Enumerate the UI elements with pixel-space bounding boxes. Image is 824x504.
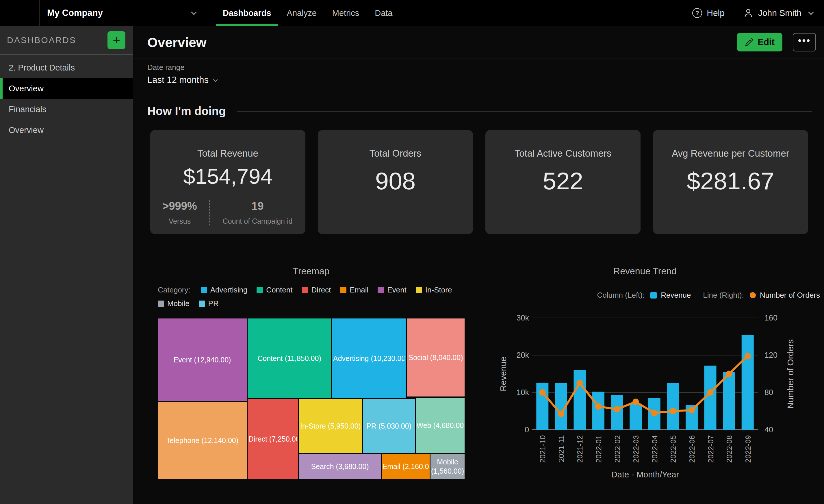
treemap-box-web[interactable]: Web (4,680.00) — [416, 398, 465, 453]
revenue-trend-chart: 04010k8020k12030k1602021-102021-112021-1… — [491, 315, 824, 488]
kpi-card-row: Total Revenue$154,794>999%Versus19Count … — [150, 130, 808, 234]
legend-item-pr[interactable]: PR — [199, 299, 219, 308]
treemap-box-label: Web (4,680.00) — [417, 421, 464, 430]
kpi-card-3[interactable]: Avg Revenue per Customer$281.67 — [653, 130, 808, 234]
treemap-box-label: Email (2,160.0… — [382, 463, 429, 471]
legend-item-revenue[interactable]: Column (Left): Revenue — [597, 291, 691, 300]
orders-marker — [707, 389, 714, 396]
revenue-swatch-icon — [650, 292, 657, 299]
add-dashboard-button[interactable]: + — [107, 31, 125, 49]
main-nav-tabs: DashboardsAnalyzeMetricsData — [222, 0, 394, 26]
help-menu[interactable]: ? Help — [692, 8, 725, 18]
revenue-trend-title: Revenue Trend — [491, 266, 799, 277]
date-range-value: Last 12 months — [147, 75, 209, 85]
logo-area[interactable] — [0, 0, 39, 26]
x-axis-tick: 2022-02 — [613, 435, 622, 463]
revenue-bar — [592, 392, 604, 430]
chevron-down-icon — [808, 9, 814, 15]
left-axis-tick: 10k — [516, 388, 529, 397]
revenue-bar — [667, 383, 679, 430]
right-axis-title: Number of Orders — [786, 339, 795, 409]
treemap-box-label: Mobile (1,560.00) — [431, 457, 464, 476]
legend-item-orders[interactable]: Line (Right): Number of Orders — [703, 291, 820, 300]
kpi-card-0[interactable]: Total Revenue$154,794>999%Versus19Count … — [150, 130, 305, 234]
right-axis-tick: 160 — [764, 315, 778, 322]
legend-item-label: Event — [387, 286, 407, 295]
x-axis-tick: 2022-05 — [669, 435, 678, 463]
x-axis-tick: 2022-06 — [688, 435, 696, 463]
treemap-box-label: Telephone (12,140.00) — [166, 436, 238, 445]
chevron-down-icon — [191, 9, 197, 15]
treemap-box-advertising[interactable]: Advertising (10,230.00) — [332, 318, 406, 398]
kpi-card-1[interactable]: Total Orders908 — [318, 130, 473, 234]
kpi-compare-left: >999%Versus — [150, 200, 210, 225]
revenue-bar — [630, 404, 642, 430]
sidebar-item-3[interactable]: Overview — [0, 120, 133, 140]
treemap-box-mobile[interactable]: Mobile (1,560.00) — [430, 454, 465, 479]
x-axis-tick: 2022-03 — [632, 435, 640, 463]
page-header: Overview Edit ••• — [133, 26, 824, 59]
treemap-box-label: Event (12,940.00) — [174, 356, 231, 364]
legend-item-in-store[interactable]: In-Store — [416, 286, 452, 295]
legend-item-mobile[interactable]: Mobile — [158, 299, 190, 308]
kpi-title: Total Orders — [318, 148, 473, 159]
legend-item-direct[interactable]: Direct — [302, 286, 331, 295]
orders-marker — [744, 353, 751, 359]
orders-marker — [651, 410, 657, 416]
more-options-button[interactable]: ••• — [793, 33, 816, 52]
treemap-box-telephone[interactable]: Telephone (12,140.00) — [158, 402, 247, 479]
legend-item-label: Advertising — [210, 286, 247, 295]
treemap-box-content[interactable]: Content (11,850.00) — [247, 318, 331, 398]
sidebar-item-1[interactable]: Overview — [0, 78, 133, 99]
workspace-switcher[interactable]: My Company — [39, 0, 208, 26]
header-actions: Edit ••• — [737, 33, 816, 52]
legend-swatch-icon — [199, 301, 205, 307]
x-axis-tick: 2022-09 — [744, 435, 752, 463]
sidebar-item-0[interactable]: 2. Product Details — [0, 57, 133, 78]
treemap-box-email[interactable]: Email (2,160.0… — [382, 454, 430, 479]
treemap-box-search[interactable]: Search (3,680.00) — [299, 454, 381, 479]
treemap-box-event[interactable]: Event (12,940.00) — [158, 318, 247, 401]
kpi-value: 522 — [485, 167, 640, 195]
orders-marker — [595, 403, 602, 409]
left-axis-title: Revenue — [498, 357, 508, 391]
legend-item-advertising[interactable]: Advertising — [201, 286, 247, 295]
kpi-compare-label: Versus — [150, 217, 209, 225]
treemap-box-in-store[interactable]: In-Store (5,950.00) — [299, 399, 362, 453]
treemap-title: Treemap — [158, 266, 465, 277]
tab-analyze[interactable]: Analyze — [286, 0, 318, 26]
page-title: Overview — [147, 35, 207, 50]
legend-item-label: In-Store — [425, 286, 452, 295]
kpi-value: 908 — [318, 167, 473, 195]
treemap-box-social[interactable]: Social (8,040.00) — [407, 318, 465, 397]
legend-column-series: Revenue — [661, 291, 691, 300]
treemap-box-label: Direct (7,250.00) — [248, 435, 298, 443]
top-navigation-bar: My Company DashboardsAnalyzeMetricsData … — [0, 0, 824, 26]
kpi-title: Total Revenue — [150, 148, 305, 159]
orders-marker — [614, 406, 620, 412]
section-divider — [237, 111, 812, 112]
tab-dashboards[interactable]: Dashboards — [222, 0, 273, 26]
section-header: How I'm doing — [147, 105, 812, 118]
orders-marker-icon — [750, 292, 756, 298]
edit-button[interactable]: Edit — [737, 33, 783, 52]
legend-swatch-icon — [256, 287, 263, 293]
legend-item-content[interactable]: Content — [256, 286, 292, 295]
legend-item-label: Mobile — [167, 299, 190, 308]
kpi-card-2[interactable]: Total Active Customers522 — [485, 130, 640, 234]
kpi-title: Avg Revenue per Customer — [653, 148, 808, 159]
legend-item-event[interactable]: Event — [378, 286, 407, 295]
kpi-value: $154,794 — [150, 164, 305, 189]
sidebar-item-list: 2. Product DetailsOverviewFinancialsOver… — [0, 55, 133, 140]
legend-swatch-icon — [340, 287, 346, 293]
user-menu[interactable]: John Smith — [743, 8, 813, 18]
treemap-box-pr[interactable]: PR (5,030.00) — [363, 399, 415, 453]
tab-data[interactable]: Data — [374, 0, 394, 26]
sidebar-item-2[interactable]: Financials — [0, 99, 133, 120]
date-range-select[interactable]: Last 12 months — [147, 75, 217, 85]
tab-metrics[interactable]: Metrics — [331, 0, 360, 26]
orders-line — [542, 356, 747, 414]
treemap-box-label: Search (3,680.00) — [311, 463, 369, 471]
legend-item-email[interactable]: Email — [340, 286, 369, 295]
treemap-box-direct[interactable]: Direct (7,250.00) — [247, 399, 298, 479]
